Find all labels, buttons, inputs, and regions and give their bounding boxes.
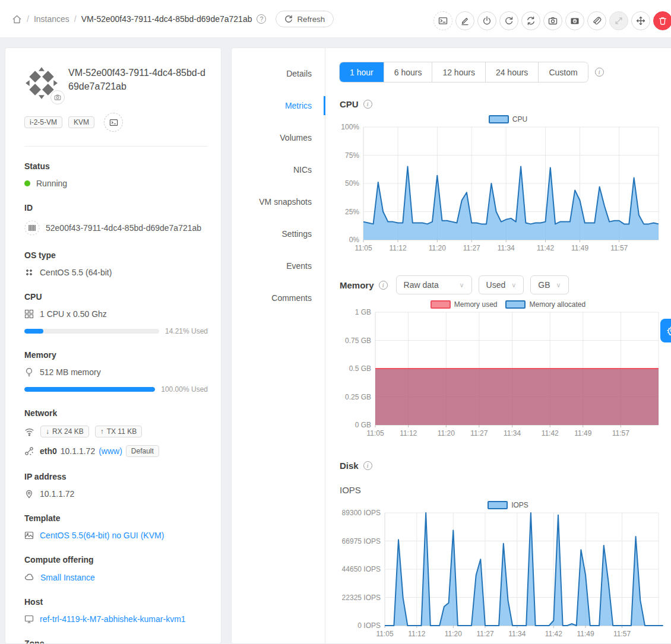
tab-volumes[interactable]: Volumes <box>232 122 325 154</box>
iops-legend: IOPS <box>340 501 671 509</box>
memory-value: 512 MB memory <box>40 367 101 377</box>
template-label: Template <box>24 513 208 523</box>
pencil-icon <box>460 16 470 26</box>
svg-text:11:49: 11:49 <box>577 630 594 638</box>
create-snapshot-button[interactable] <box>543 11 562 30</box>
tab-vm-snapshots[interactable]: VM snapshots <box>232 186 325 218</box>
time-range-info-icon[interactable]: i <box>595 68 604 77</box>
home-icon[interactable] <box>12 14 22 24</box>
time-range-12-hours[interactable]: 12 hours <box>432 62 485 82</box>
host-link[interactable]: ref-trl-4119-k-M7-abhishek-kumar-kvm1 <box>40 614 186 624</box>
reboot-instance-button[interactable] <box>499 11 518 30</box>
svg-text:89300 IOPS: 89300 IOPS <box>342 509 381 517</box>
help-icon[interactable]: ? <box>257 14 266 24</box>
memory-select-used[interactable]: Used∨ <box>479 275 524 294</box>
breadcrumb-separator: / <box>74 14 77 24</box>
compute-offering-link[interactable]: Small Instance <box>40 573 95 582</box>
memory-info-icon[interactable]: i <box>379 281 388 290</box>
migrate-instance-button[interactable] <box>631 11 650 30</box>
template-image-icon <box>24 531 34 540</box>
rx-badge: ↓RX 24 KB <box>40 426 89 437</box>
create-vm-snapshot-button[interactable] <box>565 11 584 30</box>
legend-item-iops[interactable]: IOPS <box>488 501 528 509</box>
svg-text:11:20: 11:20 <box>445 630 462 638</box>
destroy-instance-button[interactable] <box>653 11 671 30</box>
svg-text:0 IOPS: 0 IOPS <box>357 621 381 630</box>
svg-text:25%: 25% <box>345 208 359 216</box>
svg-text:11:12: 11:12 <box>408 630 425 638</box>
cpu-chart: 0%25%50%75%100%11:0511:1211:2011:2711:34… <box>340 123 663 256</box>
time-range-custom[interactable]: Custom <box>539 62 587 82</box>
console-button[interactable] <box>104 113 123 132</box>
tab-metrics[interactable]: Metrics <box>232 90 325 122</box>
tab-settings[interactable]: Settings <box>232 218 325 250</box>
edit-button[interactable] <box>455 11 474 30</box>
barcode-icon <box>24 220 40 236</box>
camera-clock-icon <box>570 16 580 26</box>
stop-instance-button[interactable] <box>477 11 496 30</box>
legend-item-memory-allocated[interactable]: Memory allocated <box>505 300 585 309</box>
trash-icon <box>658 16 667 26</box>
legend-swatch <box>431 300 451 309</box>
status-label: Status <box>24 161 208 171</box>
legend-item-memory-used[interactable]: Memory used <box>431 300 498 309</box>
hypervisor-tag: KVM <box>68 116 94 128</box>
memory-select-gb[interactable]: GB∨ <box>530 275 568 294</box>
view-console-button[interactable] <box>433 11 452 30</box>
tab-details[interactable]: Details <box>232 58 325 90</box>
svg-text:1 GB: 1 GB <box>355 309 371 316</box>
svg-text:11:42: 11:42 <box>545 630 562 638</box>
svg-text:11:27: 11:27 <box>476 630 493 638</box>
detail-tabs: DetailsMetricsVolumesNICsVM snapshotsSet… <box>232 48 325 644</box>
memory-select-raw-data[interactable]: Raw data∨ <box>396 275 472 294</box>
cpu-chart-title: CPU <box>340 99 359 109</box>
chevron-down-icon: ∨ <box>556 281 561 289</box>
refresh-icon <box>284 15 293 23</box>
template-link[interactable]: CentOS 5.5(64-bit) no GUI (KVM) <box>40 531 164 540</box>
cpu-used-text: 14.21% Used <box>165 327 208 335</box>
console-icon <box>438 16 448 26</box>
host-monitor-icon <box>24 614 34 624</box>
tab-comments[interactable]: Comments <box>232 282 325 314</box>
svg-text:11:34: 11:34 <box>508 630 526 638</box>
disk-info-icon[interactable]: i <box>363 461 372 470</box>
avatar-camera-badge[interactable] <box>50 90 65 104</box>
scale-vm-button[interactable] <box>609 11 628 30</box>
reinstall-instance-button[interactable] <box>521 11 540 30</box>
cpu-grid-icon <box>24 309 34 319</box>
nic-network-link[interactable]: (www) <box>99 446 122 456</box>
disk-section-title: Disk <box>340 461 359 471</box>
time-range-group: 1 hour6 hours12 hours24 hoursCustom <box>340 62 588 82</box>
status-dot <box>24 180 30 186</box>
svg-text:22325 IOPS: 22325 IOPS <box>342 594 381 602</box>
project-settings-button[interactable] <box>660 319 671 342</box>
svg-text:0.5 GB: 0.5 GB <box>349 364 371 373</box>
attach-iso-button[interactable] <box>587 11 606 30</box>
legend-item-cpu[interactable]: CPU <box>489 115 527 123</box>
time-range-1-hour[interactable]: 1 hour <box>340 62 384 82</box>
move-icon <box>636 16 645 26</box>
vm-internal-name-tag: i-2-5-VM <box>24 116 62 128</box>
paperclip-icon <box>592 16 602 26</box>
legend-swatch <box>505 300 526 309</box>
tab-nics[interactable]: NICs <box>232 154 325 186</box>
time-range-6-hours[interactable]: 6 hours <box>384 62 433 82</box>
refresh-button[interactable]: Refresh <box>276 11 334 27</box>
svg-text:11:34: 11:34 <box>498 244 515 252</box>
breadcrumb-instances[interactable]: Instances <box>34 14 69 24</box>
detail-panel: DetailsMetricsVolumesNICsVM snapshotsSet… <box>231 47 671 644</box>
svg-text:50%: 50% <box>345 179 359 188</box>
svg-text:11:05: 11:05 <box>366 429 384 437</box>
svg-text:75%: 75% <box>345 151 359 160</box>
ip-address-value: 10.1.1.72 <box>40 489 74 499</box>
status-value: Running <box>36 179 67 188</box>
legend-swatch <box>489 115 509 123</box>
svg-text:11:05: 11:05 <box>355 244 372 252</box>
reload-icon <box>504 16 514 26</box>
svg-text:11:57: 11:57 <box>610 244 628 252</box>
cpu-info-icon[interactable]: i <box>363 100 372 109</box>
time-range-24-hours[interactable]: 24 hours <box>486 62 539 82</box>
tab-events[interactable]: Events <box>232 250 325 282</box>
breadcrumb: / Instances / VM-52e00f43-7911-4dc4-85bd… <box>12 11 334 27</box>
chevron-down-icon: ∨ <box>459 281 464 289</box>
